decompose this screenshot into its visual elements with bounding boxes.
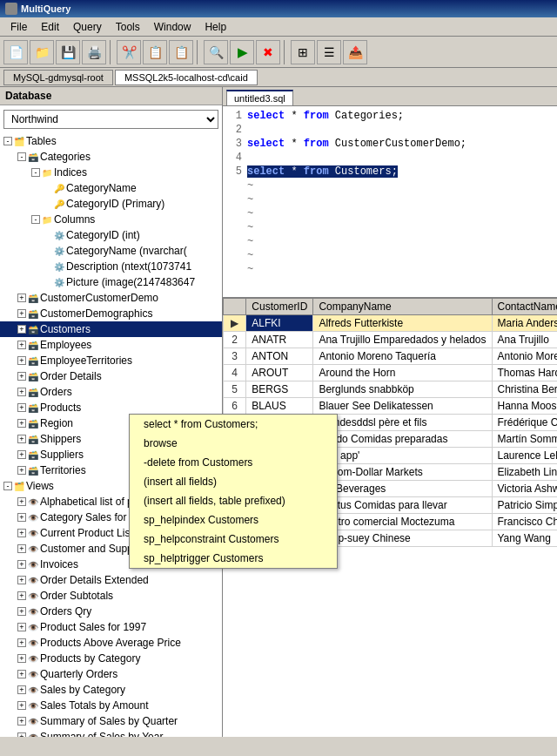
cd-expander[interactable]: + xyxy=(17,309,26,318)
toolbar-paste[interactable]: 📋 xyxy=(169,40,193,64)
table-employeeterritories[interactable]: + 🗃️ EmployeeTerritories xyxy=(0,353,222,368)
ctx-sp-helpconstraint[interactable]: sp_helpconstraint Customers xyxy=(130,530,337,549)
sup-expander[interactable]: + xyxy=(17,450,26,459)
col-categoryid[interactable]: ⚙️ CategoryID (int) xyxy=(0,227,222,243)
v6-expander[interactable]: + xyxy=(17,591,26,600)
menu-query[interactable]: Query xyxy=(66,19,109,35)
table-orderdetails[interactable]: + 🗃️ Order Details xyxy=(0,368,222,384)
table-row[interactable]: ▶ALFKIAlfreds FutterkisteMaria Anders xyxy=(224,315,558,332)
v4-expander[interactable]: + xyxy=(17,560,26,569)
menu-edit[interactable]: Edit xyxy=(34,19,66,35)
view-quarterly-orders[interactable]: + 👁️ Quarterly Orders xyxy=(0,666,222,682)
menu-file[interactable]: File xyxy=(3,19,34,35)
col-header-customerid[interactable]: CustomerID xyxy=(246,299,313,315)
v5-expander[interactable]: + xyxy=(17,576,26,584)
toolbar-new[interactable]: 📄 xyxy=(3,40,28,64)
ctx-insert-all[interactable]: (insert all fields) xyxy=(130,472,337,491)
col-description[interactable]: ⚙️ Description (ntext(1073741 xyxy=(0,259,222,274)
view-products-by-category[interactable]: + 👁️ Products by Category xyxy=(0,651,222,666)
ship-expander[interactable]: + xyxy=(17,435,26,443)
view-products-above-avg[interactable]: + 👁️ Products Above Average Price xyxy=(0,635,222,651)
editor-tab[interactable]: untitled3.sql xyxy=(226,90,293,105)
col-categoryname[interactable]: ⚙️ CategoryName (nvarchar( xyxy=(0,243,222,259)
v7-expander[interactable]: + xyxy=(17,607,26,616)
et-expander[interactable]: + xyxy=(17,356,26,365)
v12-expander[interactable]: + xyxy=(17,685,26,694)
sql-editor[interactable]: 1 select * from Categories; 2 3 select *… xyxy=(223,106,557,298)
tables-section[interactable]: - 🗂️ Tables xyxy=(0,133,222,149)
view-order-details-ext[interactable]: + 👁️ Order Details Extended xyxy=(0,572,222,588)
toolbar-stop[interactable]: ✖ xyxy=(256,40,280,64)
toolbar-export[interactable]: 📤 xyxy=(343,40,367,64)
indices-expander[interactable]: - xyxy=(31,168,40,177)
index-categoryid-primary[interactable]: 🔑 CategoryID (Primary) xyxy=(0,196,222,212)
ord-expander[interactable]: + xyxy=(17,388,26,396)
ccd-expander[interactable]: + xyxy=(17,294,26,302)
table-customercustomerdemo[interactable]: + 🗃️ CustomerCustomerDemo xyxy=(0,290,222,306)
table-row[interactable]: 5BERGSBerglunds snabbköpChristina Berg xyxy=(224,381,558,398)
conn-tab-mysql[interactable]: MySQL-gdmysql-root xyxy=(3,70,113,85)
col-header-contactname[interactable]: ContactName xyxy=(492,299,557,315)
col-header-companyname[interactable]: CompanyName xyxy=(313,299,492,315)
categories-expander[interactable]: - xyxy=(17,152,26,161)
views-expander[interactable]: - xyxy=(3,482,12,490)
emp-expander[interactable]: + xyxy=(17,341,26,349)
cust-expander[interactable]: + xyxy=(17,325,26,334)
v3-expander[interactable]: + xyxy=(17,544,26,553)
v1-expander[interactable]: + xyxy=(17,513,26,522)
toolbar-open[interactable]: 📁 xyxy=(30,40,54,64)
v8-expander[interactable]: + xyxy=(17,623,26,631)
toolbar-grid[interactable]: ⊞ xyxy=(291,40,315,64)
ctx-select[interactable]: select * from Customers; xyxy=(130,415,337,434)
toolbar-search[interactable]: 🔍 xyxy=(204,40,228,64)
col-picture[interactable]: ⚙️ Picture (image(2147483647 xyxy=(0,274,222,290)
v11-expander[interactable]: + xyxy=(17,670,26,678)
toolbar-save[interactable]: 💾 xyxy=(56,40,80,64)
v2-expander[interactable]: + xyxy=(17,529,26,537)
v9-expander[interactable]: + xyxy=(17,638,26,647)
ctx-insert-prefixed[interactable]: (insert all fields, table prefixed) xyxy=(130,491,337,510)
view-sales-totals[interactable]: + 👁️ Sales Totals by Amount xyxy=(0,698,222,713)
table-customerdemographics[interactable]: + 🗃️ CustomerDemographics xyxy=(0,306,222,321)
view-product-sales[interactable]: + 👁️ Product Sales for 1997 xyxy=(0,619,222,635)
view-summary-by-quarter[interactable]: + 👁️ Summary of Sales by Quarter xyxy=(0,713,222,729)
menu-window[interactable]: Window xyxy=(147,19,198,35)
ctx-sp-helptrigger[interactable]: sp_helptrigger Customers xyxy=(130,549,337,568)
v10-expander[interactable]: + xyxy=(17,654,26,663)
table-row[interactable]: 3ANTONAntonio Moreno TaqueríaAntonio Mor… xyxy=(224,348,558,365)
view-orders-qry[interactable]: + 👁️ Orders Qry xyxy=(0,604,222,619)
categories-indices[interactable]: - 📁 Indices xyxy=(0,165,222,180)
table-customers[interactable]: + 🗃️ Customers xyxy=(0,321,222,337)
terr-expander[interactable]: + xyxy=(17,466,26,475)
categories-columns[interactable]: - 📁 Columns xyxy=(0,212,222,227)
toolbar-text[interactable]: ☰ xyxy=(317,40,341,64)
prod-expander[interactable]: + xyxy=(17,403,26,412)
v15-expander[interactable]: + xyxy=(17,732,26,737)
view-sales-by-category[interactable]: + 👁️ Sales by Category xyxy=(0,682,222,698)
menu-tools[interactable]: Tools xyxy=(109,19,147,35)
table-row[interactable]: 2ANATRAna Trujillo Emparedados y helados… xyxy=(224,332,558,348)
columns-expander[interactable]: - xyxy=(31,215,40,224)
toolbar-cut[interactable]: ✂️ xyxy=(117,40,141,64)
ctx-browse[interactable]: browse xyxy=(130,434,337,453)
table-row[interactable]: 4AROUTAround the HornThomas Hard xyxy=(224,365,558,381)
menu-help[interactable]: Help xyxy=(198,19,233,35)
od-expander[interactable]: + xyxy=(17,372,26,381)
table-row[interactable]: 6BLAUSBlauer See DelikatessenHanna Moos xyxy=(224,398,558,415)
toolbar-run[interactable]: ▶ xyxy=(230,40,254,64)
table-orders[interactable]: + 🗃️ Orders xyxy=(0,384,222,400)
v0-expander[interactable]: + xyxy=(17,497,26,506)
ctx-delete[interactable]: -delete from Customers xyxy=(130,453,337,472)
database-select[interactable]: Northwind xyxy=(3,110,218,129)
table-categories[interactable]: - 🗃️ Categories xyxy=(0,149,222,165)
v13-expander[interactable]: + xyxy=(17,701,26,710)
ctx-sp-helpindex[interactable]: sp_helpindex Customers xyxy=(130,510,337,530)
view-order-subtotals[interactable]: + 👁️ Order Subtotals xyxy=(0,588,222,604)
toolbar-copy[interactable]: 📋 xyxy=(143,40,167,64)
table-employees[interactable]: + 🗃️ Employees xyxy=(0,337,222,353)
tables-expander[interactable]: - xyxy=(3,137,12,145)
v14-expander[interactable]: + xyxy=(17,717,26,726)
view-summary-by-year[interactable]: + 👁️ Summary of Sales by Year xyxy=(0,729,222,737)
toolbar-print[interactable]: 🖨️ xyxy=(82,40,106,64)
index-categoryname[interactable]: 🔑 CategoryName xyxy=(0,180,222,196)
